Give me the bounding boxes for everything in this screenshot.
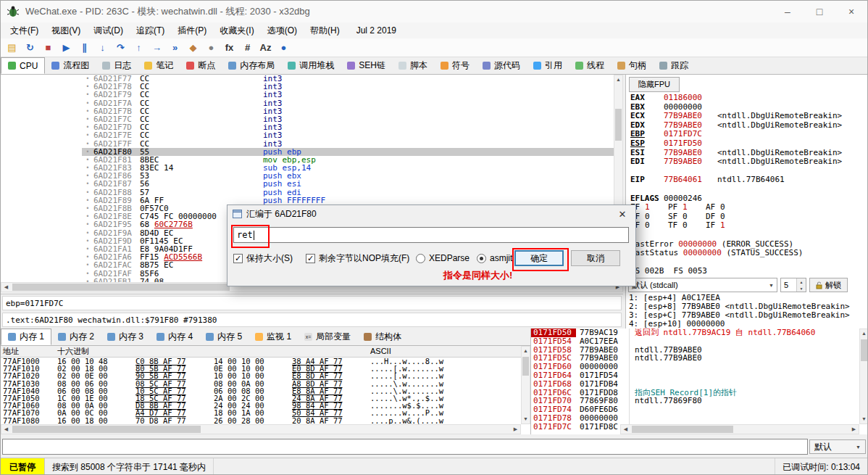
stack-value[interactable]: A0C17EEA bbox=[576, 337, 629, 346]
register-value[interactable]: 0171FD50 bbox=[664, 139, 717, 149]
register-row[interactable]: EDI77B9ABE0<ntdll.DbgUiRemoteBreakin> bbox=[630, 157, 867, 167]
stack-value[interactable]: 00000000 bbox=[576, 414, 629, 423]
tab-locals[interactable]: x=局部变量 bbox=[298, 329, 357, 345]
hide-fpu-button[interactable]: 隐藏FPU bbox=[629, 77, 680, 92]
menu-options[interactable]: 选项(O) bbox=[261, 23, 304, 38]
tab-memory-2[interactable]: 内存 2 bbox=[51, 329, 101, 345]
stack-value[interactable]: 0171FDB4 bbox=[576, 380, 629, 389]
address-operand[interactable]: ACD5566B bbox=[164, 253, 202, 261]
tab-script[interactable]: 脚本 bbox=[392, 57, 434, 74]
flag-tf[interactable]: TF 0 bbox=[668, 221, 706, 231]
stack-pane[interactable]: 0171FD5077B9AC19返回到 ntdll.77B9AC19 自 ntd… bbox=[530, 329, 868, 434]
scroll-down-icon[interactable]: ▼ bbox=[860, 415, 868, 424]
spin-up-icon[interactable]: ▲ bbox=[797, 278, 806, 285]
disasm-row[interactable]: •6AD21F8383EC 14sub esp,14 bbox=[1, 164, 614, 172]
menu-file[interactable]: 文件(F) bbox=[4, 23, 45, 38]
register-value[interactable]: 77B9ABE0 bbox=[664, 157, 717, 167]
breakpoint-dot[interactable]: • bbox=[82, 180, 93, 188]
spin-down-icon[interactable]: ▼ bbox=[797, 285, 806, 292]
tab-log[interactable]: 日志 bbox=[96, 57, 138, 74]
open-file-icon[interactable]: ▤ bbox=[4, 40, 20, 55]
argument-row[interactable]: 4: [esp+10] 00000000 bbox=[629, 320, 867, 329]
ok-button[interactable]: 确定 bbox=[514, 250, 564, 266]
disasm-row[interactable]: •6AD21F7FCCint3 bbox=[1, 140, 614, 148]
register-value[interactable]: 77B9ABE0 bbox=[664, 112, 717, 121]
tab-memory-1[interactable]: 内存 1 bbox=[1, 329, 51, 345]
dump-vscrollbar[interactable]: ▲ ▼ bbox=[521, 346, 530, 424]
menu-plugins[interactable]: 插件(P) bbox=[171, 23, 213, 38]
tab-memory-5[interactable]: 内存 5 bbox=[199, 329, 249, 345]
register-value[interactable]: 01186000 bbox=[664, 94, 717, 103]
command-mode-select[interactable]: 默认 ▼ bbox=[809, 439, 866, 454]
register-row[interactable]: EAX01186000 bbox=[630, 94, 867, 103]
assembly-input[interactable]: ret bbox=[233, 227, 629, 243]
breakpoint-dot[interactable]: • bbox=[82, 123, 93, 131]
tab-seh[interactable]: SEH链 bbox=[341, 57, 392, 74]
disasm-row[interactable]: •6AD21F7ECCint3 bbox=[1, 131, 614, 139]
scroll-up-icon[interactable]: ▲ bbox=[860, 329, 868, 338]
scroll-left-icon[interactable]: ◀ bbox=[1, 425, 11, 434]
breakpoint-dot[interactable]: • bbox=[82, 197, 93, 205]
tab-graph[interactable]: 流程图 bbox=[45, 57, 96, 74]
breakpoint-dot[interactable]: • bbox=[82, 212, 93, 220]
tab-source[interactable]: 源代码 bbox=[476, 57, 527, 74]
breakpoint-dot[interactable]: • bbox=[82, 229, 93, 237]
hash-icon[interactable]: # bbox=[239, 40, 256, 55]
tab-trace[interactable]: 跟踪 bbox=[653, 57, 695, 74]
disasm-row[interactable]: •6AD21F7ACCint3 bbox=[1, 99, 614, 107]
disasm-row[interactable]: •6AD21F896A FFpush FFFFFFFF bbox=[1, 197, 614, 205]
case-icon[interactable]: Az bbox=[257, 40, 274, 55]
menu-debug[interactable]: 调试(D) bbox=[87, 23, 130, 38]
disasm-row[interactable]: •6AD21F8653push ebx bbox=[1, 172, 614, 180]
scroll-down-icon[interactable]: ▼ bbox=[522, 415, 530, 424]
breakpoint-dot[interactable]: • bbox=[82, 115, 93, 123]
menu-help[interactable]: 帮助(H) bbox=[304, 23, 346, 38]
breakpoint-dot[interactable]: • bbox=[82, 237, 93, 245]
breakpoint-dot[interactable]: • bbox=[82, 220, 93, 228]
breakpoint-dot[interactable]: • bbox=[82, 91, 93, 99]
command-input[interactable] bbox=[2, 439, 808, 455]
step-into-icon[interactable]: ↓ bbox=[94, 40, 111, 55]
keep-size-checkbox[interactable]: ✓ 保持大小(S) bbox=[233, 250, 293, 266]
calling-convention-select[interactable]: 默认 (stdcall) ▼ bbox=[628, 278, 777, 292]
breakpoint-dot[interactable]: • bbox=[82, 253, 93, 261]
disasm-row[interactable]: •6AD21F78CCint3 bbox=[1, 83, 614, 91]
tab-memory-map[interactable]: 内存布局 bbox=[222, 57, 281, 74]
fill-nop-checkbox[interactable]: ✓ 剩余字节以NOP填充(F) bbox=[306, 250, 409, 266]
run-icon[interactable]: ▶ bbox=[58, 40, 75, 55]
asmjit-radio[interactable]: asmjit bbox=[477, 250, 512, 266]
breakpoint-dot[interactable]: • bbox=[82, 205, 93, 212]
run-to-cursor-icon[interactable]: → bbox=[149, 40, 165, 55]
restart-icon[interactable]: ↻ bbox=[22, 40, 38, 55]
dump-hscrollbar[interactable]: ◀ ▶ bbox=[1, 424, 521, 434]
register-value[interactable]: 77B64061 bbox=[664, 175, 717, 185]
menu-favourites[interactable]: 收藏夹(I) bbox=[213, 23, 260, 38]
xedparse-radio[interactable]: XEDParse bbox=[416, 250, 470, 266]
disasm-row[interactable]: •6AD21F7CCCint3 bbox=[1, 115, 614, 123]
tab-memory-4[interactable]: 内存 4 bbox=[150, 329, 199, 345]
flag-if[interactable]: IF 1 bbox=[706, 221, 743, 231]
stack-value[interactable]: 0171FD54 bbox=[576, 371, 629, 380]
close-button[interactable]: × bbox=[835, 1, 867, 22]
breakpoint-dot[interactable]: • bbox=[82, 83, 93, 91]
register-row[interactable]: EIP77B64061ntdll.77B64061 bbox=[630, 175, 867, 185]
breakpoint-dot[interactable]: • bbox=[82, 270, 93, 278]
breakpoint-dot[interactable]: • bbox=[82, 107, 93, 115]
breakpoint-dot[interactable]: • bbox=[82, 164, 93, 172]
step-over-icon[interactable]: ↷ bbox=[112, 40, 129, 55]
breakpoint-dot[interactable]: • bbox=[82, 245, 93, 253]
stack-vscrollbar[interactable]: ▲ ▼ bbox=[859, 329, 868, 424]
stack-row[interactable]: 0171FD7800000000 bbox=[531, 414, 868, 423]
cancel-button[interactable]: 取消 bbox=[571, 250, 620, 266]
tab-references[interactable]: 引用 bbox=[527, 57, 569, 74]
register-row[interactable]: ESP0171FD50 bbox=[630, 139, 867, 149]
stack-hscrollbar[interactable]: ◀ ▶ bbox=[620, 424, 859, 434]
tab-call-stack[interactable]: 调用堆栈 bbox=[281, 57, 341, 74]
register-row[interactable]: EFLAGS00000246 bbox=[630, 194, 867, 204]
disasm-row[interactable]: •6AD21F79CCint3 bbox=[1, 91, 614, 99]
scroll-right-icon[interactable]: ▶ bbox=[849, 425, 859, 434]
breakpoint-dot[interactable]: • bbox=[82, 156, 93, 164]
patch-icon[interactable]: ◆ bbox=[185, 40, 201, 55]
breakpoint-dot[interactable]: • bbox=[82, 189, 93, 197]
memory-dump-pane[interactable]: 地址 十六进制 ASCII 77AF100016 00 10 48C0 8B A… bbox=[1, 346, 530, 434]
